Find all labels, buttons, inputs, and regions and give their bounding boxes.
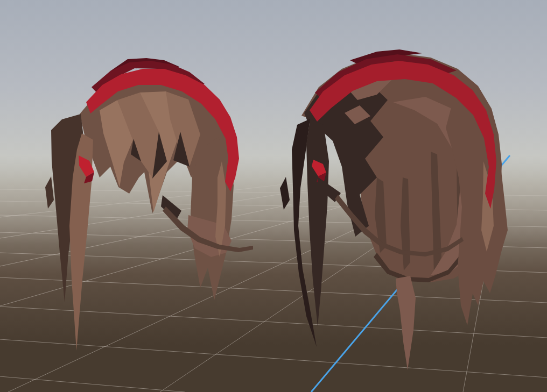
viewport-3d[interactable] bbox=[0, 0, 547, 392]
scene-canvas bbox=[0, 0, 547, 392]
